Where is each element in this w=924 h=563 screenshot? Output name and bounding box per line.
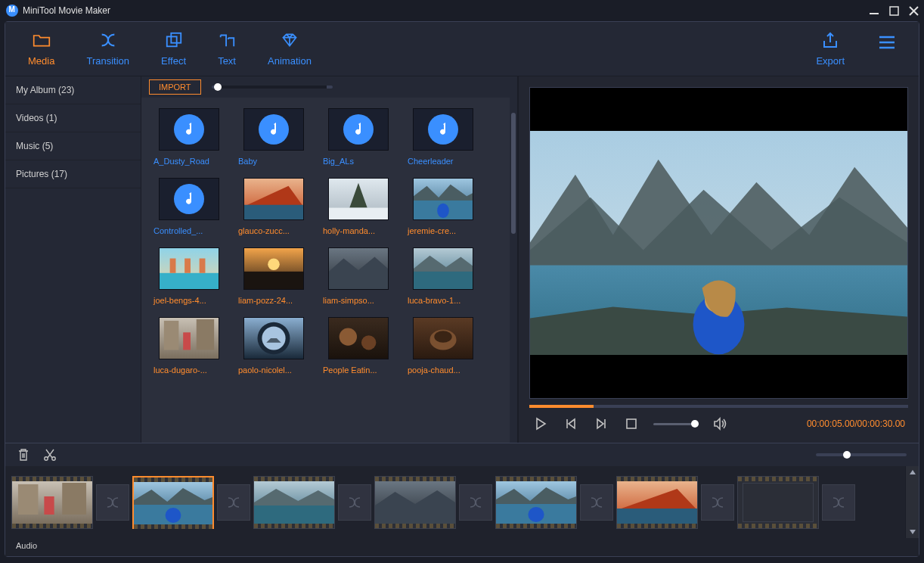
media-item[interactable]: jeremie-cre...: [406, 178, 480, 235]
transition-icon: [99, 31, 117, 49]
tab-media[interactable]: Media: [19, 28, 64, 70]
sidebar-item-videos[interactable]: Videos (1): [5, 104, 141, 132]
timecode: 00:00:05.00/00:00:30.00: [807, 418, 905, 429]
svg-rect-9: [329, 208, 388, 219]
media-item[interactable]: Cheerleader: [406, 108, 480, 166]
media-item-label: People Eatin...: [321, 365, 388, 375]
media-item[interactable]: glauco-zucc...: [237, 178, 311, 235]
timeline-vscrollbar[interactable]: [905, 466, 919, 538]
tab-effect[interactable]: Effect: [152, 28, 195, 70]
timeline-track[interactable]: [5, 466, 905, 538]
media-item[interactable]: paolo-nicolel...: [237, 317, 311, 375]
transition-slot[interactable]: [822, 484, 855, 521]
svg-rect-15: [160, 273, 219, 289]
sidebar-item-album[interactable]: My Album (23): [5, 76, 141, 104]
media-thumbnail: [413, 317, 473, 359]
progress-bar[interactable]: [529, 405, 908, 408]
media-item-label: luca-dugaro-...: [152, 365, 219, 375]
svg-rect-60: [254, 505, 334, 524]
timeline-clip[interactable]: [11, 476, 93, 529]
scroll-up-icon[interactable]: [909, 469, 916, 475]
play-button[interactable]: [532, 415, 549, 432]
svg-rect-3: [171, 33, 181, 43]
transition-slot[interactable]: [96, 484, 129, 521]
svg-rect-2: [166, 36, 176, 46]
timeline-zoom-slider[interactable]: [816, 453, 907, 456]
media-item-label: Baby: [237, 157, 303, 166]
svg-rect-69: [617, 509, 697, 524]
media-item[interactable]: holly-manda...: [321, 178, 395, 235]
transition-slot[interactable]: [459, 484, 492, 521]
split-button[interactable]: [43, 448, 57, 462]
media-item[interactable]: Baby: [237, 108, 311, 166]
close-button[interactable]: [907, 5, 919, 17]
media-item[interactable]: liam-pozz-24...: [237, 247, 311, 305]
svg-rect-0: [870, 13, 879, 14]
media-thumbnail: [159, 247, 219, 290]
media-item-label: holly-manda...: [321, 226, 388, 235]
transition-slot[interactable]: [580, 484, 613, 521]
volume-slider[interactable]: [653, 423, 699, 425]
media-item-label: A_Dusty_Road: [152, 157, 219, 166]
media-item[interactable]: Controlled_...: [152, 178, 226, 235]
transition-slot[interactable]: [701, 484, 734, 521]
app-logo: [6, 5, 18, 17]
timeline-clip[interactable]: [616, 476, 698, 529]
timeline-clip[interactable]: [132, 476, 214, 529]
media-panel: IMPORT A_Dusty_RoadBabyBig_ALsCheerleade…: [141, 76, 518, 443]
prev-frame-button[interactable]: [563, 415, 579, 432]
timeline-clip[interactable]: [253, 476, 335, 529]
media-item[interactable]: A_Dusty_Road: [152, 108, 226, 166]
media-item-label: Cheerleader: [406, 157, 473, 166]
menu-button[interactable]: [869, 30, 905, 68]
svg-rect-47: [627, 419, 636, 428]
empty-clip[interactable]: [737, 476, 819, 529]
music-note-icon: [159, 108, 219, 151]
media-item-label: liam-pozz-24...: [237, 296, 303, 305]
scroll-down-icon[interactable]: [909, 529, 916, 535]
tab-transition[interactable]: Transition: [77, 28, 138, 70]
preview-panel: 00:00:05.00/00:00:30.00: [518, 76, 919, 443]
media-item[interactable]: Big_ALs: [321, 108, 395, 166]
media-item[interactable]: liam-simpso...: [321, 247, 395, 305]
tab-animation[interactable]: Animation: [259, 28, 321, 70]
media-thumbnail: [243, 317, 304, 359]
volume-icon[interactable]: [712, 415, 729, 432]
timeline-clip[interactable]: [374, 476, 456, 529]
media-item[interactable]: pooja-chaud...: [406, 317, 480, 375]
next-frame-button[interactable]: [593, 415, 609, 432]
stop-button[interactable]: [623, 415, 640, 432]
svg-rect-51: [18, 484, 39, 515]
svg-rect-30: [183, 332, 191, 350]
svg-point-57: [166, 508, 181, 523]
transition-slot[interactable]: [338, 484, 371, 521]
title-bar: MiniTool Movie Maker: [0, 0, 924, 21]
thumbnail-zoom-slider[interactable]: [212, 86, 333, 89]
svg-rect-53: [44, 496, 54, 515]
export-icon: [821, 31, 839, 49]
tab-text[interactable]: Text: [209, 28, 245, 70]
preview-video[interactable]: [529, 87, 908, 399]
sidebar-item-pictures[interactable]: Pictures (17): [5, 160, 141, 188]
audio-track-label: Audio: [5, 538, 919, 556]
delete-button[interactable]: [17, 448, 29, 462]
music-note-icon: [243, 108, 304, 151]
media-thumbnail: [159, 317, 219, 359]
media-thumbnail: [243, 247, 304, 290]
minimize-button[interactable]: [868, 5, 880, 17]
media-item[interactable]: luca-bravo-1...: [406, 247, 480, 305]
media-item[interactable]: joel-bengs-4...: [152, 247, 226, 305]
timeline-clip[interactable]: [495, 476, 577, 529]
maximize-button[interactable]: [888, 5, 900, 17]
folder-icon: [33, 31, 51, 49]
text-icon: [218, 31, 236, 49]
svg-rect-21: [244, 272, 303, 289]
sidebar-item-music[interactable]: Music (5): [5, 132, 141, 160]
export-button[interactable]: Export: [807, 28, 854, 70]
media-item[interactable]: luca-dugaro-...: [152, 317, 226, 375]
media-item[interactable]: People Eatin...: [321, 317, 395, 375]
svg-rect-52: [62, 483, 86, 515]
media-scrollbar[interactable]: [510, 98, 517, 443]
import-button[interactable]: IMPORT: [149, 79, 201, 95]
transition-slot[interactable]: [217, 484, 250, 521]
